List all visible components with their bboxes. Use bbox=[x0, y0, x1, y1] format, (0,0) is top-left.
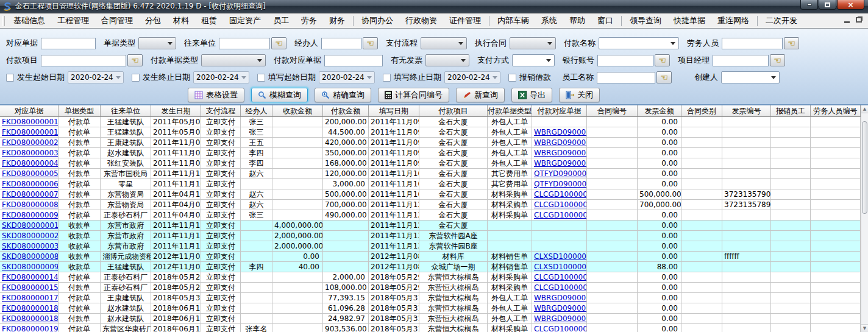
handler-input[interactable] bbox=[321, 38, 361, 49]
exact-query-button[interactable]: 精确查询 bbox=[315, 88, 371, 102]
has-invoice-select[interactable] bbox=[425, 54, 469, 66]
cell-doc_no[interactable]: SKD080000009 bbox=[0, 262, 59, 272]
cell-doc_no[interactable]: FKD080000003 bbox=[0, 148, 59, 158]
project-manager-lookup-button[interactable]: ☜ bbox=[770, 54, 785, 66]
scroll-down-icon[interactable]: ▼ bbox=[861, 324, 868, 332]
cell-payment_ref_doc[interactable]: WBRGD090000006 bbox=[532, 303, 587, 313]
column-header-payment_doc_type[interactable]: 付款单据类型 bbox=[488, 105, 532, 116]
exec-contract-select[interactable] bbox=[510, 37, 556, 49]
cell-doc_no[interactable]: FKD080000018 bbox=[0, 314, 59, 323]
payment-method-select[interactable] bbox=[512, 54, 555, 66]
menu-item[interactable]: 基础信息 bbox=[7, 14, 51, 27]
column-header-handler[interactable]: 经办人 bbox=[241, 105, 272, 116]
cell-payment_ref_doc[interactable]: CLCGD100000002 bbox=[532, 210, 587, 220]
payment-name-select[interactable] bbox=[599, 37, 679, 49]
column-header-payment_amount[interactable]: 付款金额 bbox=[323, 105, 369, 116]
counterparty-lookup-button[interactable]: ☜ bbox=[271, 37, 286, 49]
project-manager-input[interactable] bbox=[713, 55, 769, 66]
cell-doc_no[interactable]: FKD080000019 bbox=[0, 324, 59, 332]
column-header-occur_date[interactable]: 发生日期 bbox=[151, 105, 201, 116]
close-window-button[interactable]: 关闭 bbox=[559, 88, 600, 102]
cell-payment_ref_doc[interactable]: WBRGD090000008 bbox=[532, 314, 587, 323]
bank-account-lookup-button[interactable]: ☜ bbox=[655, 54, 670, 66]
cell-doc_no[interactable]: FKD080000002 bbox=[0, 138, 59, 147]
menu-item[interactable]: 证件管理 bbox=[443, 14, 487, 27]
mdi-restore-icon[interactable] bbox=[856, 17, 862, 23]
calc-contract-no-button[interactable]: 计算合同编号 bbox=[378, 88, 449, 102]
menu-item[interactable]: 租赁 bbox=[195, 14, 223, 27]
cell-payment_ref_doc[interactable]: CLCGD100000001 bbox=[532, 200, 587, 210]
fill-end-date-select[interactable]: 2020-02-24 bbox=[444, 71, 500, 83]
fill-start-date-select[interactable]: 2020-02-24 bbox=[319, 71, 375, 83]
maximize-button[interactable] bbox=[819, 0, 836, 10]
column-header-payment_project[interactable]: 付款项目 bbox=[419, 105, 488, 116]
cell-doc_no[interactable]: FKD080000006 bbox=[0, 179, 59, 189]
menu-item[interactable]: 二次开发 bbox=[760, 14, 803, 27]
labor-person-lookup-button[interactable]: ☜ bbox=[784, 37, 799, 49]
column-header-invoice_no[interactable]: 发票编号 bbox=[722, 105, 771, 116]
cell-doc_no[interactable]: FKD080000005 bbox=[0, 169, 59, 178]
menu-item[interactable]: 材料 bbox=[167, 14, 195, 27]
menu-item[interactable]: 快捷单据 bbox=[667, 14, 711, 27]
occur-start-date-select[interactable]: 2020-02-24 bbox=[68, 71, 124, 83]
cell-doc_no[interactable]: FKD080000007 bbox=[0, 189, 59, 199]
fuzzy-query-button[interactable]: 模糊查询 bbox=[251, 88, 308, 102]
menu-item[interactable]: 财务 bbox=[323, 14, 351, 27]
table-settings-button[interactable]: 表格设置 bbox=[188, 88, 244, 102]
payment-doc-type-select[interactable] bbox=[201, 54, 266, 66]
cell-doc_no[interactable]: FKD080000017 bbox=[0, 293, 59, 303]
column-header-invoice_amount[interactable]: 发票金额 bbox=[638, 105, 681, 116]
cell-payment_ref_doc[interactable]: WBRGD090000005 bbox=[532, 158, 587, 168]
column-header-doc_type[interactable]: 单据类型 bbox=[59, 105, 101, 116]
column-header-contract_no[interactable]: 合同编号 bbox=[587, 105, 638, 116]
menu-item[interactable]: 劳务 bbox=[295, 14, 323, 27]
cell-doc_no[interactable]: FKD080000015 bbox=[0, 283, 59, 292]
doc-type-select[interactable] bbox=[138, 37, 176, 49]
reimburse-loan-checkbox[interactable] bbox=[508, 74, 516, 82]
handler-lookup-button[interactable]: ☜ bbox=[363, 37, 378, 49]
occur-end-date-checkbox[interactable] bbox=[132, 74, 140, 82]
column-header-payment_ref_doc[interactable]: 付款对应单据 bbox=[532, 105, 587, 116]
cell-doc_no[interactable]: SKD080000008 bbox=[0, 252, 59, 261]
menu-item[interactable]: 固定资产 bbox=[223, 14, 267, 27]
employee-name-lookup-button[interactable]: ☜ bbox=[656, 71, 672, 83]
cell-doc_no[interactable]: FKD080000009 bbox=[0, 210, 59, 220]
column-header-fill_date[interactable]: 填写日期 bbox=[369, 105, 419, 116]
corresponding-doc-input[interactable] bbox=[41, 38, 96, 49]
menu-item[interactable]: 重连网络 bbox=[711, 14, 755, 27]
cell-doc_no[interactable]: FKD080000008 bbox=[0, 200, 59, 210]
column-header-contract_type[interactable]: 合同类别 bbox=[681, 105, 722, 116]
scroll-up-icon[interactable]: ▲ bbox=[861, 105, 868, 113]
minimize-button[interactable] bbox=[800, 0, 818, 10]
occur-end-date-select[interactable]: 2020-02-24 bbox=[193, 71, 249, 83]
cell-payment_ref_doc[interactable]: WBRGD090000003 bbox=[532, 138, 587, 147]
column-header-labor_person_no[interactable]: 劳务人员编号 bbox=[811, 105, 861, 116]
cell-payment_ref_doc[interactable]: CLXSD100000002 bbox=[532, 252, 587, 261]
mdi-minimize-icon[interactable] bbox=[844, 21, 850, 23]
occur-start-date-checkbox[interactable] bbox=[6, 74, 14, 82]
cell-doc_no[interactable]: FKD080000001 bbox=[0, 127, 59, 137]
cell-payment_ref_doc[interactable]: CLCGD100000007 bbox=[532, 272, 587, 282]
cell-doc_no[interactable]: SKD080000003 bbox=[0, 241, 59, 251]
column-header-counterparty[interactable]: 往来单位 bbox=[101, 105, 151, 116]
fill-start-date-checkbox[interactable] bbox=[257, 74, 265, 82]
menu-item[interactable]: 员工 bbox=[267, 14, 295, 27]
cell-payment_ref_doc[interactable]: CLXSD100000001 bbox=[532, 262, 587, 272]
vertical-scrollbar[interactable]: ▲ ▼ bbox=[861, 105, 868, 332]
employee-name-input[interactable] bbox=[597, 72, 655, 83]
cell-payment_ref_doc[interactable]: CLCGD100000007 bbox=[532, 283, 587, 292]
column-header-receipt_amount[interactable]: 收款金额 bbox=[272, 105, 323, 116]
close-button[interactable]: × bbox=[837, 0, 864, 10]
scrollbar-thumb[interactable] bbox=[862, 121, 867, 214]
labor-person-input[interactable] bbox=[722, 38, 783, 49]
menu-item[interactable]: 工程管理 bbox=[51, 14, 95, 27]
cell-doc_no[interactable]: FKD080000018 bbox=[0, 303, 59, 313]
column-header-payment_flow[interactable]: 支付流程 bbox=[201, 105, 241, 116]
counterparty-input[interactable] bbox=[219, 38, 270, 49]
menu-item[interactable]: 分包 bbox=[139, 14, 167, 27]
cell-payment_ref_doc[interactable]: WBRGD090000002 bbox=[532, 127, 587, 137]
cell-payment_ref_doc[interactable]: CLCGD100000001 bbox=[532, 189, 587, 199]
column-header-reimburse_employee[interactable]: 报销员工 bbox=[771, 105, 811, 116]
cell-doc_no[interactable]: FKD080000001 bbox=[0, 117, 59, 127]
menu-item[interactable]: 帮助 bbox=[563, 14, 591, 27]
